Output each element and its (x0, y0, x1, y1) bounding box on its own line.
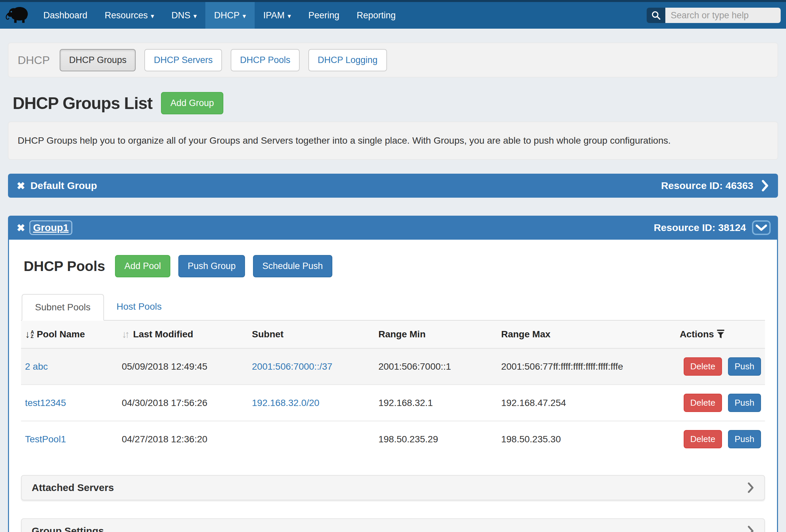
col-header-range-max: Range Max (501, 329, 550, 339)
tab-dhcp-pools[interactable]: DHCP Pools (231, 49, 300, 71)
tab-dhcp-groups[interactable]: DHCP Groups (60, 49, 136, 71)
range-max-value: 198.50.235.30 (501, 434, 561, 444)
table-row: 2 abc 05/09/2018 12:49:45 2001:506:7000:… (21, 348, 765, 385)
subnav-label: DHCP (18, 54, 50, 67)
page-content: DHCP DHCP Groups DHCP Servers DHCP Pools… (0, 29, 786, 532)
last-modified-value: 04/27/2018 12:36:20 (122, 434, 207, 444)
subnet-pools-table: ↓ A Z Pool Name ↓↑ Last M (21, 321, 765, 457)
sort-letter-z: Z (31, 334, 34, 339)
searchbar (647, 2, 781, 29)
col-header-range-min: Range Min (378, 329, 426, 339)
accordion-group-settings[interactable]: Group Settings (21, 518, 765, 532)
subnet-link[interactable]: 2001:506:7000::/37 (252, 361, 332, 372)
caret-down-icon: ▾ (151, 11, 154, 19)
mammoth-logo-icon (5, 6, 30, 25)
description-text: DHCP Groups help you to organize all of … (18, 135, 671, 146)
nav-item-dns[interactable]: DNS ▾ (163, 2, 205, 29)
range-min-value: 192.168.32.1 (378, 398, 433, 408)
expand-chevron-right-icon[interactable] (761, 180, 769, 191)
col-header-last-modified[interactable]: Last Modified (133, 329, 193, 340)
add-pool-button[interactable]: Add Pool (115, 255, 170, 277)
push-group-button[interactable]: Push Group (178, 255, 245, 277)
navbar: Dashboard Resources ▾ DNS ▾ DHCP ▾ IPAM … (0, 2, 786, 29)
delete-button[interactable]: Delete (684, 430, 722, 448)
last-modified-value: 04/30/2018 17:56:26 (122, 398, 207, 408)
dhcp-subnav: DHCP DHCP Groups DHCP Servers DHCP Pools… (8, 43, 778, 77)
push-button[interactable]: Push (728, 430, 761, 448)
add-group-button[interactable]: Add Group (161, 92, 223, 114)
group1-expanded-panel: DHCP Pools Add Pool Push Group Schedule … (8, 240, 778, 532)
col-header-pool-name[interactable]: Pool Name (37, 329, 85, 340)
resource-id: Resource ID: 38124 (654, 222, 746, 233)
description-panel: DHCP Groups help you to organize all of … (8, 122, 778, 160)
accordion-attached-servers[interactable]: Attached Servers (21, 475, 765, 500)
col-header-actions: Actions (680, 329, 714, 340)
chevron-right-icon (747, 482, 754, 493)
search-button[interactable] (647, 8, 665, 23)
nav-item-ipam[interactable]: IPAM ▾ (255, 2, 300, 29)
brand-logo[interactable] (0, 2, 35, 29)
collapse-chevron-down-icon[interactable] (753, 222, 769, 234)
close-icon[interactable]: ✖ (17, 222, 25, 234)
nav-item-peering[interactable]: Peering (300, 2, 348, 29)
tab-subnet-pools[interactable]: Subnet Pools (22, 294, 104, 321)
nav-label: IPAM (263, 10, 285, 21)
group-bar-group1[interactable]: ✖ Group1 Resource ID: 38124 (8, 216, 778, 240)
sort-updown-icon[interactable]: ↓↑ (122, 329, 128, 340)
caret-down-icon: ▾ (243, 11, 246, 19)
pools-header: DHCP Pools Add Pool Push Group Schedule … (24, 255, 765, 277)
filter-funnel-icon[interactable] (717, 330, 725, 339)
close-icon[interactable]: ✖ (17, 180, 25, 192)
nav-item-dashboard[interactable]: Dashboard (35, 2, 96, 29)
col-header-subnet: Subnet (252, 329, 284, 339)
accordion-label: Group Settings (32, 525, 104, 532)
title-row: DHCP Groups List Add Group (13, 92, 778, 114)
delete-button[interactable]: Delete (684, 357, 722, 376)
nav-label: DHCP (214, 10, 240, 21)
nav-label: Dashboard (43, 10, 87, 21)
subnet-link[interactable]: 192.168.32.0/20 (252, 398, 319, 408)
nav-item-reporting[interactable]: Reporting (348, 2, 404, 29)
schedule-push-button[interactable]: Schedule Push (253, 255, 332, 277)
delete-button[interactable]: Delete (684, 394, 722, 412)
table-header-row: ↓ A Z Pool Name ↓↑ Last M (21, 321, 765, 348)
accordion-label: Attached Servers (32, 482, 114, 493)
group-name: Default Group (30, 180, 97, 191)
push-button[interactable]: Push (728, 394, 761, 412)
page-title: DHCP Groups List (13, 94, 152, 113)
search-input[interactable] (665, 8, 781, 23)
group-bar-default-group[interactable]: ✖ Default Group Resource ID: 46363 (8, 174, 778, 198)
push-button[interactable]: Push (728, 357, 761, 376)
last-modified-value: 05/09/2018 12:49:45 (122, 361, 207, 372)
tab-host-pools[interactable]: Host Pools (104, 294, 174, 321)
caret-down-icon: ▾ (288, 11, 291, 19)
nav-item-resources[interactable]: Resources ▾ (96, 2, 163, 29)
table-row: TestPool1 04/27/2018 12:36:20 198.50.235… (21, 421, 765, 457)
resource-id: Resource ID: 46363 (661, 180, 753, 191)
nav-items: Dashboard Resources ▾ DNS ▾ DHCP ▾ IPAM … (35, 2, 404, 29)
chevron-right-icon (747, 526, 754, 532)
table-row: test12345 04/30/2018 17:56:26 192.168.32… (21, 385, 765, 421)
nav-label: DNS (171, 10, 190, 21)
search-icon (651, 10, 661, 20)
caret-down-icon: ▾ (193, 11, 196, 19)
range-min-value: 198.50.235.29 (378, 434, 438, 444)
range-max-value: 2001:506:77ff:ffff:ffff:ffff:ffff:fffe (501, 361, 623, 372)
pool-name-link[interactable]: test12345 (25, 398, 66, 408)
tab-dhcp-servers[interactable]: DHCP Servers (144, 49, 222, 71)
group-name-link[interactable]: Group1 (30, 221, 71, 234)
pools-title: DHCP Pools (24, 258, 105, 274)
sort-arrow: ↓ (25, 329, 30, 340)
sort-az-icon[interactable]: ↓ A Z (25, 329, 34, 340)
nav-item-dhcp[interactable]: DHCP ▾ (205, 2, 255, 29)
pools-tabs: Subnet Pools Host Pools (21, 293, 765, 321)
tab-dhcp-logging[interactable]: DHCP Logging (308, 49, 387, 71)
nav-label: Reporting (357, 10, 396, 21)
pool-name-link[interactable]: TestPool1 (25, 434, 66, 444)
pool-name-link[interactable]: 2 abc (25, 361, 48, 372)
nav-label: Peering (308, 10, 339, 21)
nav-spacer (404, 2, 647, 29)
nav-label: Resources (105, 10, 148, 21)
range-max-value: 192.168.47.254 (501, 398, 566, 408)
range-min-value: 2001:506:7000::1 (378, 361, 451, 372)
